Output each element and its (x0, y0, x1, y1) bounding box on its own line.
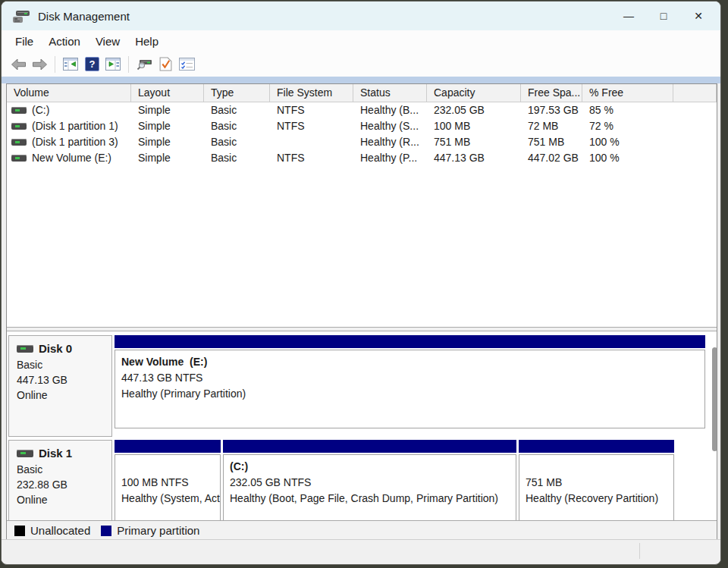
volume-name: (Disk 1 partition 3) (32, 134, 118, 150)
disk-management-window: Disk Management — □ ✕ File Action View H… (1, 1, 721, 565)
legend-item-primary-partition: Primary partition (101, 524, 199, 537)
partition-color-bar (519, 440, 674, 453)
pct-free-value: 85 % (582, 102, 673, 118)
unallocated-swatch (14, 526, 25, 536)
disk-name: Disk 0 (39, 342, 72, 355)
pct-free-value: 72 % (582, 118, 673, 134)
partition-new-volume-e[interactable]: New Volume (E:) 447.13 GB NTFS Healthy (… (115, 335, 705, 428)
column-header-file-system[interactable]: File System (270, 84, 353, 102)
volume-icon (11, 155, 27, 162)
partition-size: 100 MB NTFS (121, 475, 214, 491)
table-row[interactable]: New Volume (E:) Simple Basic NTFS Health… (7, 150, 717, 166)
help-button[interactable]: ? (81, 55, 102, 74)
column-header-status[interactable]: Status (353, 84, 427, 102)
capacity-value: 100 MB (427, 118, 521, 134)
disk-management-app-icon (12, 8, 30, 24)
type-value: Basic (204, 102, 270, 118)
partition-recovery[interactable]: 751 MB Healthy (Recovery Partition) (519, 440, 674, 520)
accent-strip (2, 77, 720, 83)
back-button[interactable] (8, 55, 29, 74)
file-system-value: NTFS (270, 150, 353, 166)
layout-value: Simple (131, 134, 204, 150)
partition-health: Healthy (System, Active, Primary Partiti… (121, 491, 214, 507)
partition-size: 447.13 GB NTFS (121, 370, 698, 386)
partition-label (526, 459, 667, 475)
type-value: Basic (204, 118, 270, 134)
column-header-filler (673, 84, 717, 102)
volume-icon (11, 139, 27, 146)
check-disk-button[interactable] (155, 55, 176, 74)
show-console-tree-button[interactable] (60, 55, 81, 74)
partition-health: Healthy (Boot, Page File, Crash Dump, Pr… (230, 491, 510, 507)
forward-arrow-icon (32, 58, 48, 71)
checklist-button[interactable] (176, 55, 197, 74)
menu-bar: File Action View Help (2, 30, 720, 52)
column-header-volume[interactable]: Volume (7, 84, 131, 102)
legend-bar: Unallocated Primary partition (7, 520, 717, 540)
disk-size: 232.88 GB (17, 477, 111, 492)
volume-list-body: (C:) Simple Basic NTFS Healthy (B... 232… (7, 102, 717, 166)
primary-partition-swatch (101, 526, 111, 536)
layout-value: Simple (131, 118, 204, 134)
disk-size: 447.13 GB (17, 372, 111, 388)
volume-icon (11, 123, 27, 130)
disk1-info-panel[interactable]: Disk 1 Basic 232.88 GB Online (8, 440, 112, 520)
column-header-layout[interactable]: Layout (131, 84, 204, 102)
type-value: Basic (204, 150, 270, 166)
title-bar: Disk Management — □ ✕ (2, 2, 720, 30)
partition-label: (C:) (230, 459, 510, 475)
status-value: Healthy (B... (353, 102, 427, 118)
partition-c-drive[interactable]: (C:) 232.05 GB NTFS Healthy (Boot, Page … (223, 440, 516, 520)
partition-color-bar (115, 440, 221, 453)
volume-list-header: Volume Layout Type File System Status Ca… (7, 84, 717, 102)
disk-status: Online (17, 492, 111, 507)
show-action-pane-button[interactable] (102, 55, 124, 74)
menu-help[interactable]: Help (127, 33, 166, 50)
disk-kind: Basic (17, 462, 111, 477)
pct-free-value: 100 % (582, 150, 673, 166)
window-title: Disk Management (38, 10, 130, 23)
disk1-group: Disk 1 Basic 232.88 GB Online 100 MB NTF… (7, 440, 717, 520)
menu-view[interactable]: View (88, 33, 127, 50)
back-arrow-icon (11, 58, 27, 71)
minimize-button[interactable]: — (611, 2, 646, 30)
status-bar-divider (639, 543, 640, 559)
column-header-capacity[interactable]: Capacity (427, 84, 521, 102)
table-row[interactable]: (C:) Simple Basic NTFS Healthy (B... 232… (7, 102, 717, 118)
volume-icon (11, 107, 27, 114)
help-icon: ? (85, 57, 99, 71)
table-row[interactable]: (Disk 1 partition 1) Simple Basic NTFS H… (7, 118, 717, 134)
menu-file[interactable]: File (8, 33, 41, 50)
file-system-value: NTFS (270, 118, 353, 134)
partition-label (121, 459, 214, 475)
column-header-type[interactable]: Type (204, 84, 270, 102)
document-check-icon (159, 57, 172, 71)
rescan-disks-button[interactable] (133, 55, 155, 74)
partition-health: Healthy (Primary Partition) (121, 386, 698, 402)
disk-magnifier-icon (136, 58, 152, 71)
layout-value: Simple (131, 102, 204, 118)
vertical-scrollbar[interactable] (712, 347, 717, 451)
disk0-info-panel[interactable]: Disk 0 Basic 447.13 GB Online (8, 335, 112, 437)
partition-system-reserved[interactable]: 100 MB NTFS Healthy (System, Active, Pri… (115, 440, 221, 520)
column-header-free-space[interactable]: Free Spa... (521, 84, 582, 102)
close-button[interactable]: ✕ (681, 2, 716, 30)
volume-name: (C:) (32, 102, 49, 118)
desktop-background: Disk Management — □ ✕ File Action View H… (0, 0, 728, 568)
maximize-button[interactable]: □ (646, 2, 681, 30)
type-value: Basic (204, 134, 270, 150)
table-row[interactable]: (Disk 1 partition 3) Simple Basic Health… (7, 134, 717, 150)
menu-action[interactable]: Action (41, 33, 88, 50)
partition-color-bar (115, 335, 705, 348)
client-area: Volume Layout Type File System Status Ca… (6, 83, 717, 539)
status-value: Healthy (P... (353, 150, 427, 166)
partition-health: Healthy (Recovery Partition) (526, 491, 667, 507)
forward-button[interactable] (29, 55, 50, 74)
toolbar-separator (55, 56, 55, 73)
pct-free-value: 100 % (582, 134, 673, 150)
free-space-value: 751 MB (521, 134, 582, 150)
column-header-pct-free[interactable]: % Free (582, 84, 673, 102)
console-tree-icon (63, 58, 78, 71)
action-pane-icon (105, 58, 121, 71)
capacity-value: 232.05 GB (427, 102, 521, 118)
